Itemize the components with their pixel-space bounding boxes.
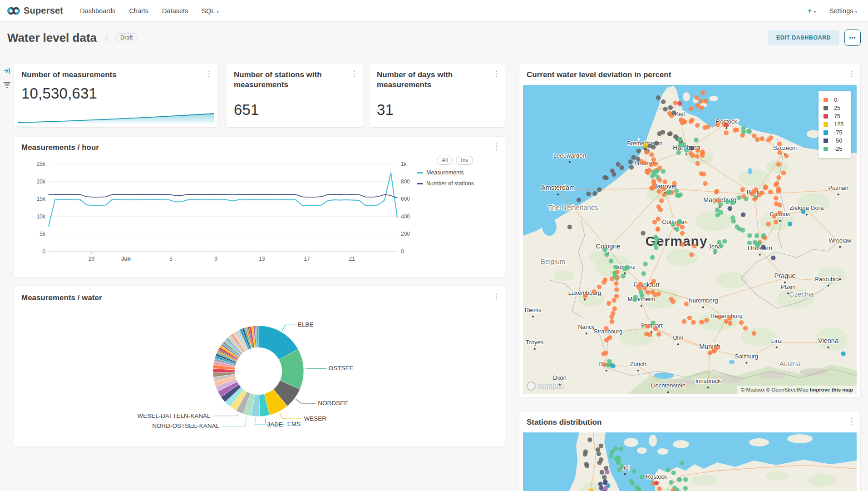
city-dot <box>532 316 534 317</box>
station-dot <box>614 456 618 461</box>
station-dot <box>728 206 732 211</box>
station-dot <box>676 150 681 155</box>
settings-menu[interactable]: Settings▾ <box>829 7 857 15</box>
station-dot <box>654 481 659 485</box>
nav-item-charts[interactable]: Charts <box>122 0 155 22</box>
legend-swatch <box>824 98 828 102</box>
card-menu-button[interactable]: ⋮ <box>491 142 501 151</box>
station-dot <box>661 99 666 104</box>
station-dot <box>619 165 624 170</box>
nav-menu: Dashboards Charts Datasets SQL▾ <box>73 0 226 22</box>
nav-right: +▾ Settings▾ <box>808 6 861 15</box>
map-legend-item[interactable]: 125 <box>824 121 843 128</box>
new-item-button[interactable]: +▾ <box>808 6 816 15</box>
donut-label-leader <box>282 325 296 331</box>
y-axis-tick-left: 10k <box>37 213 46 220</box>
status-badge: Draft <box>115 33 138 42</box>
card-menu-button[interactable]: ⋮ <box>847 69 857 79</box>
legend-inv-button[interactable]: Inv <box>456 156 473 165</box>
metric-card-stations: Number of stations with measurements ⋮ 6… <box>227 64 363 127</box>
station-dot <box>740 188 745 192</box>
station-dot <box>771 256 775 260</box>
map-city-label: Salzburg <box>735 353 758 360</box>
map-legend-item[interactable]: -75 <box>824 129 843 136</box>
edit-dashboard-button[interactable]: EDIT DASHBOARD <box>768 30 839 45</box>
station-dot <box>592 289 596 294</box>
donut-label-leader <box>212 414 239 416</box>
legend-all-button[interactable]: All <box>437 156 453 165</box>
station-dot <box>689 252 694 257</box>
map-legend-item[interactable]: -50 <box>824 138 843 144</box>
y-axis-tick-left: 20k <box>37 179 46 185</box>
superset-logo[interactable]: Superset <box>7 5 63 16</box>
station-dot <box>772 214 776 218</box>
station-dot <box>668 105 673 110</box>
map-legend-item[interactable]: 0 <box>824 97 843 103</box>
station-dot <box>715 346 719 350</box>
nav-item-datasets[interactable]: Datasets <box>155 0 195 22</box>
city-dot <box>745 362 747 364</box>
station-dot <box>680 231 685 235</box>
expand-right-icon <box>3 67 11 75</box>
station-dot <box>656 227 660 232</box>
station-dot <box>741 126 746 130</box>
nav-item-dashboards[interactable]: Dashboards <box>73 0 122 22</box>
station-dot <box>656 217 661 221</box>
card-menu-button[interactable]: ⋮ <box>491 292 501 302</box>
map-legend-item[interactable]: 75 <box>824 113 843 119</box>
chart-title: Stations distribution <box>527 417 842 427</box>
station-dot <box>604 338 609 342</box>
station-dot <box>567 225 572 229</box>
card-menu-button[interactable]: ⋮ <box>491 69 501 79</box>
map-legend-item[interactable]: 25 <box>824 105 843 111</box>
expand-filter-bar-button[interactable] <box>3 67 11 77</box>
station-dot <box>689 107 693 111</box>
station-dot <box>741 194 746 198</box>
chart-legend: All Inv MeasurementsNumber of stations <box>417 156 499 187</box>
station-dot <box>610 450 614 454</box>
station-dot <box>671 299 676 304</box>
superset-infinity-icon <box>7 6 20 15</box>
legend-swatch <box>824 147 828 151</box>
station-dot <box>651 157 656 162</box>
station-dot <box>679 461 684 465</box>
station-dot <box>625 265 630 270</box>
station-dot <box>715 123 720 127</box>
map-legend-item[interactable]: -25 <box>824 146 843 152</box>
legend-item[interactable]: Measurements <box>417 169 499 176</box>
city-dot <box>637 370 639 372</box>
donut-chart[interactable]: ELBEOSTSEENORDSEEWESEREMSJADENORD-OSTSEE… <box>25 305 494 443</box>
legend-value: -25 <box>834 146 842 152</box>
station-dot <box>784 154 789 158</box>
station-dot <box>669 480 673 485</box>
card-menu-button[interactable]: ⋮ <box>204 69 214 79</box>
stations-line <box>49 194 397 198</box>
legend-item[interactable]: Number of stations <box>417 180 499 187</box>
station-dot <box>604 466 608 471</box>
city-dot <box>828 347 829 348</box>
station-dot <box>695 161 700 166</box>
line-chart[interactable]: 005k20010k40015k60020k80025k1k29Jun59131… <box>25 155 411 273</box>
favorite-star-icon[interactable]: ☆ <box>103 33 110 43</box>
station-dot <box>777 141 782 146</box>
station-dot <box>642 161 647 165</box>
station-dot <box>650 255 655 260</box>
mapbox-logo[interactable]: mapbox <box>527 382 564 391</box>
legend-label: Measurements <box>426 169 464 176</box>
filter-icon-button[interactable] <box>3 81 11 91</box>
nav-item-sql[interactable]: SQL▾ <box>195 0 226 22</box>
card-menu-button[interactable]: ⋮ <box>847 417 857 426</box>
card-menu-button[interactable]: ⋮ <box>349 69 359 79</box>
improve-map-link[interactable]: Improve this map <box>810 387 853 392</box>
stations-map[interactable]: KielRostock <box>523 432 857 491</box>
filter-icon <box>3 81 11 89</box>
x-axis-tick: 29 <box>89 256 95 262</box>
station-dot <box>616 162 621 167</box>
city-dot <box>641 305 642 307</box>
deviation-map[interactable]: LeeuwardenAmsterdamThe NetherlandsBelgiu… <box>523 85 857 394</box>
station-dot <box>586 191 591 196</box>
station-dot <box>768 189 773 194</box>
station-dot <box>597 461 602 465</box>
dashboard-more-button[interactable]: ••• <box>844 30 861 46</box>
station-dot <box>731 219 736 223</box>
